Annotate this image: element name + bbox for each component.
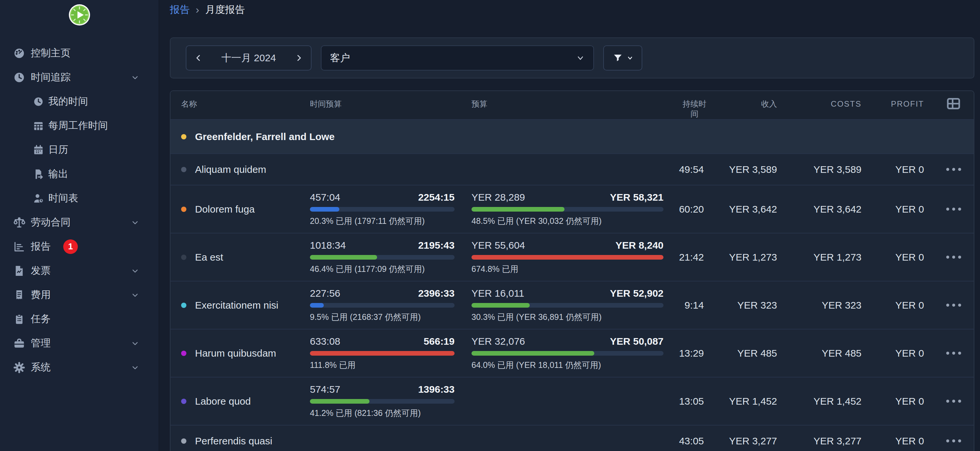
ellipsis-icon [946,168,949,171]
customer-select[interactable]: 客户 [321,45,594,70]
sidebar-item-label: 劳动合同 [31,215,70,229]
sidebar-item-label: 管理 [31,336,51,350]
project-name: Harum quibusdam [195,348,276,359]
money-budget-cell: YER 32,076YER 50,08764.0% 已用 (YER 18,011… [471,336,677,371]
ellipsis-icon [958,208,961,210]
budget-usage-note: 674.8% 已用 [471,264,663,274]
export-icon [32,168,45,180]
month-label-button[interactable]: 十一月 2024 [210,46,287,70]
revenue-cell: YER 1,273 [712,252,785,263]
budget-progress-fill [471,351,594,355]
row-actions-button[interactable] [932,168,974,171]
app-logo[interactable] [0,0,159,35]
budget-progress-bar [471,351,663,355]
column-header-time-budget[interactable]: 时间预算 [310,99,471,109]
chevron-down-icon [131,339,139,348]
sidebar-item-label: 发票 [31,264,51,277]
money-budget-cell: YER 55,604YER 8,240674.8% 已用 [471,240,677,274]
previous-month-button[interactable] [186,46,210,70]
table-row: Labore quod574:571396:3341.2% 已用 (821:36… [170,377,974,425]
table-row: Harum quibusdam633:08566:19111.8% 已用YER … [170,329,974,377]
next-month-button[interactable] [287,46,311,70]
sidebar-item-label: 时间表 [48,191,78,205]
table-row: Dolorem fuga457:042254:1520.3% 已用 (1797:… [170,185,974,233]
budget-usage-note: 9.5% 已用 (2168:37 仍然可用) [310,312,455,322]
costs-cell: YER 3,642 [785,204,869,215]
sidebar-item[interactable]: 发票 [0,259,159,283]
sidebar-item-label: 报告 [31,240,51,253]
column-header-costs[interactable]: COSTS [785,99,869,109]
ellipsis-icon [952,440,955,442]
sidebar-item[interactable]: 输出 [0,162,159,186]
sidebar-item[interactable]: 管理 [0,331,159,355]
breadcrumb: 报告 › 月度报告 [170,0,980,19]
budget-total-value: 2396:33 [418,288,455,299]
table-row: Aliquam quidem49:54YER 3,589YER 3,589YER… [170,153,974,185]
chevron-down-icon [131,73,139,82]
sidebar-item-label: 任务 [31,312,51,326]
sidebar-item[interactable]: 我的时间 [0,89,159,113]
project-name-cell: Labore quod [170,396,310,407]
project-name-cell: Perferendis quasi [170,435,310,447]
costs-cell: YER 485 [785,348,869,359]
project-color-dot [181,438,186,444]
sidebar-item[interactable]: 时间追踪 [0,65,159,89]
duration-cell: 13:29 [677,348,712,359]
sidebar-item-label: 系统 [31,360,51,374]
funnel-icon [612,52,624,64]
customer-select-value: 客户 [330,51,350,65]
budget-spent-value: 633:08 [310,336,340,347]
table-body: Greenfelder, Farrell and LoweAliquam qui… [170,119,974,451]
column-header-budget[interactable]: 预算 [471,99,677,109]
project-name-cell: Exercitationem nisi [170,300,310,311]
budget-total-value: 566:19 [424,336,455,347]
duration-cell: 49:54 [677,164,712,175]
budget-spent-value: 1018:34 [310,240,346,251]
time-budget-cell: 1018:342195:4346.4% 已用 (1177:09 仍然可用) [310,240,471,274]
filter-button[interactable] [603,45,642,70]
budget-spent-value: YER 28,289 [471,192,525,203]
budget-values: YER 32,076YER 50,087 [471,336,663,347]
project-color-dot [181,399,186,404]
duration-cell: 13:05 [677,396,712,407]
budget-progress-fill [471,255,663,260]
contract-icon [13,216,26,229]
sidebar-item[interactable]: 报告1 [0,234,159,259]
budget-spent-value: YER 16,011 [471,288,525,299]
ellipsis-icon [952,208,955,210]
revenue-cell: YER 485 [712,348,785,359]
sidebar-item[interactable]: 系统 [0,355,159,379]
project-name-cell: Harum quibusdam [170,348,310,359]
row-actions-button[interactable] [932,304,974,307]
invoice-icon [13,264,26,277]
sidebar-item[interactable]: 日历 [0,138,159,162]
sidebar-item[interactable]: 任务 [0,307,159,331]
month-nav-group: 十一月 2024 [186,45,312,70]
column-header-profit[interactable]: PROFIT [869,99,932,109]
sidebar-item[interactable]: 时间表 [0,186,159,210]
budget-usage-note: 30.3% 已用 (YER 36,891 仍然可用) [471,312,663,322]
column-header-revenue[interactable]: 收入 [712,99,785,109]
column-settings-button[interactable] [932,97,974,110]
sidebar-item[interactable]: 每周工作时间 [0,113,159,138]
ellipsis-icon [958,440,961,442]
budget-spent-value: YER 55,604 [471,240,525,251]
sidebar-item[interactable]: 控制主页 [0,41,159,65]
column-header-name[interactable]: 名称 [170,99,310,109]
row-actions-button[interactable] [932,256,974,259]
profit-cell: YER 0 [869,164,932,175]
row-actions-button[interactable] [932,208,974,210]
breadcrumb-reports-link[interactable]: 报告 [170,3,190,17]
column-header-duration[interactable]: 持续时间 [677,99,712,119]
sidebar-item[interactable]: 劳动合同 [0,210,159,234]
row-actions-button[interactable] [932,440,974,442]
my-times-icon [32,96,45,108]
row-actions-button[interactable] [932,400,974,403]
sidebar-item-label: 控制主页 [31,46,70,60]
ellipsis-icon [946,256,949,259]
ellipsis-icon [958,168,961,171]
budget-total-value: YER 58,321 [610,192,663,203]
row-actions-button[interactable] [932,352,974,355]
ellipsis-icon [958,400,961,403]
sidebar-item[interactable]: 费用 [0,283,159,307]
